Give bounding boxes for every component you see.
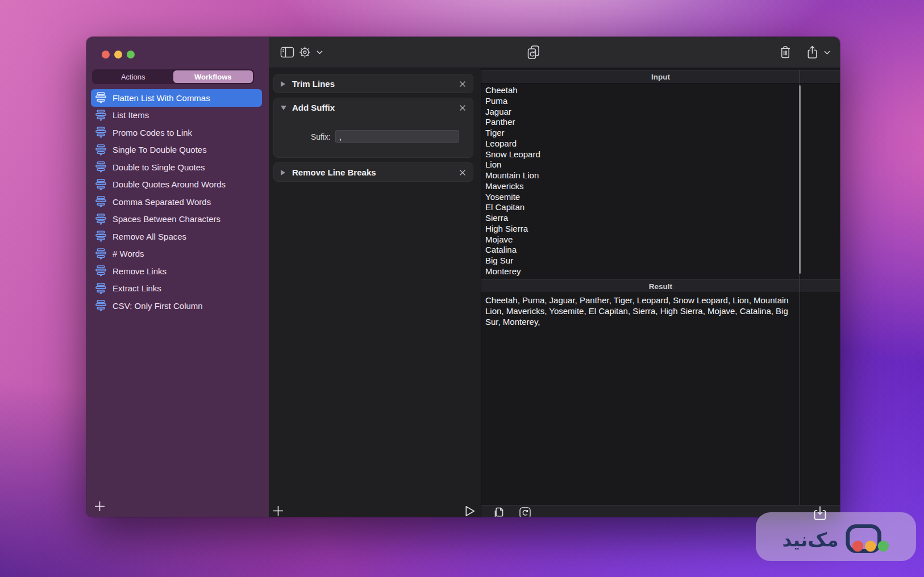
add-step-button[interactable]: [273, 505, 284, 516]
sidebar-item-label: Extract Links: [113, 283, 161, 293]
trash-icon: [779, 45, 792, 60]
sidebar-item-workflow[interactable]: Spaces Between Characters: [91, 211, 262, 228]
add-workflow-button[interactable]: [94, 501, 105, 512]
zoom-window-button[interactable]: [127, 51, 135, 58]
step-title: Trim Lines: [292, 79, 335, 89]
workflow-steps-panel: Trim Lines Add Suffix Sufix:: [269, 68, 481, 517]
sidebar-item-workflow[interactable]: # Words: [91, 245, 262, 263]
workflow-stack-icon: [95, 248, 106, 260]
run-conversion-button[interactable]: [526, 45, 541, 60]
copy-result-button[interactable]: [493, 507, 505, 517]
traffic-lights: [102, 51, 135, 58]
workflow-stack-icon: [95, 179, 106, 190]
tab-actions[interactable]: Actions: [93, 70, 173, 83]
minimize-window-button[interactable]: [114, 51, 122, 58]
chevron-down-icon: [317, 51, 323, 55]
input-scrollbar[interactable]: [799, 85, 801, 274]
step-card-remove-line-breaks[interactable]: Remove Line Breaks: [273, 162, 473, 182]
sidebar-item-label: List Items: [113, 110, 149, 120]
input-header-label: Input: [501, 73, 820, 81]
toolbar: [269, 37, 840, 68]
run-workflow-button[interactable]: [464, 505, 476, 517]
suffix-input[interactable]: [335, 130, 459, 143]
disclosure-expanded-icon[interactable]: [281, 106, 286, 110]
sidebar-item-label: CSV: Only First Column: [113, 301, 203, 311]
sidebar-item-workflow[interactable]: Single To Double Quotes: [91, 141, 262, 159]
tab-workflows[interactable]: Workflows: [173, 70, 253, 83]
result-section-header: Result: [481, 279, 840, 293]
step-title: Add Suffix: [292, 103, 335, 112]
sidebar-item-workflow[interactable]: Double to Single Quotes: [91, 158, 262, 176]
sidebar-item-workflow[interactable]: CSV: Only First Column: [91, 297, 262, 315]
gear-icon: [298, 46, 311, 59]
reuse-result-icon: [519, 507, 531, 517]
disclosure-collapsed-icon[interactable]: [281, 170, 285, 175]
sidebar-item-label: Double to Single Quotes: [113, 162, 205, 172]
step-card-trim-lines[interactable]: Trim Lines: [273, 74, 473, 93]
convert-documents-icon: [526, 45, 541, 60]
result-text: Cheetah, Puma, Jaguar, Panther, Tiger, L…: [485, 295, 797, 327]
result-header-label: Result: [501, 282, 820, 291]
remove-step-button[interactable]: [459, 169, 466, 176]
sidebar-toggle-icon: [280, 47, 294, 58]
sidebar-item-label: Comma Separated Words: [113, 197, 211, 207]
disclosure-collapsed-icon[interactable]: [281, 81, 285, 87]
text-workflow-window: Actions Workflows Flatten List With Comm…: [86, 37, 840, 517]
copy-icon: [493, 507, 505, 517]
download-icon: [813, 505, 827, 521]
remove-step-button[interactable]: [459, 81, 466, 87]
sidebar-item-label: Promo Codes to Link: [113, 128, 192, 137]
close-window-button[interactable]: [102, 51, 110, 58]
sidebar-item-label: # Words: [113, 249, 144, 258]
remove-step-button[interactable]: [459, 104, 466, 111]
workflow-stack-icon: [95, 300, 106, 311]
workflow-stack-icon: [95, 231, 106, 242]
workflow-stack-icon: [95, 92, 106, 103]
sidebar-item-workflow[interactable]: List Items: [91, 107, 262, 124]
sidebar-item-workflow[interactable]: Remove All Spaces: [91, 228, 262, 245]
sidebar-item-label: Double Quotes Around Words: [113, 179, 226, 189]
watermark-badge: مک‌نید: [756, 512, 916, 561]
sidebar-item-label: Remove All Spaces: [113, 232, 186, 241]
chevron-down-icon: [824, 51, 830, 55]
watermark-logo-icon: [846, 524, 890, 555]
settings-menu-button[interactable]: [298, 46, 323, 59]
workflow-stack-icon: [95, 196, 106, 207]
sidebar: Actions Workflows Flatten List With Comm…: [86, 37, 269, 517]
step-card-add-suffix[interactable]: Add Suffix Sufix:: [273, 98, 473, 158]
play-icon: [464, 505, 476, 517]
sidebar-item-workflow[interactable]: Remove Links: [91, 262, 262, 280]
io-panel: Input Cheetah Puma Jaguar Panther Tiger …: [481, 68, 840, 517]
sidebar-item-workflow[interactable]: Extract Links: [91, 280, 262, 298]
use-result-as-input-button[interactable]: [519, 507, 531, 517]
sidebar-item-workflow[interactable]: Double Quotes Around Words: [91, 176, 262, 194]
input-section-header: Input: [481, 70, 840, 83]
sidebar-segmented-control: Actions Workflows: [92, 69, 254, 84]
share-menu-button[interactable]: [806, 45, 830, 60]
save-result-button[interactable]: [813, 505, 827, 521]
sidebar-item-workflow[interactable]: Promo Codes to Link: [91, 124, 262, 141]
workflow-list: Flatten List With Commas List Items: [91, 89, 262, 315]
input-textarea[interactable]: Cheetah Puma Jaguar Panther Tiger Leopar…: [485, 85, 797, 277]
sidebar-item-label: Flatten List With Commas: [113, 93, 210, 103]
sidebar-item-label: Spaces Between Characters: [113, 214, 220, 224]
sidebar-item-label: Single To Double Quotes: [113, 145, 207, 154]
delete-button[interactable]: [779, 45, 792, 60]
workflow-stack-icon: [95, 144, 106, 156]
watermark-brand-text: مک‌نید: [782, 530, 838, 549]
step-title: Remove Line Breaks: [292, 168, 376, 177]
workflow-stack-icon: [95, 214, 106, 225]
workflow-stack-icon: [95, 283, 106, 294]
sidebar-item-workflow[interactable]: Flatten List With Commas: [91, 89, 262, 107]
workflow-stack-icon: [95, 127, 106, 138]
workflow-stack-icon: [95, 161, 106, 173]
suffix-field-label: Sufix:: [284, 132, 331, 141]
share-icon: [806, 45, 818, 60]
workflow-stack-icon: [95, 265, 106, 277]
sidebar-item-workflow[interactable]: Comma Separated Words: [91, 193, 262, 211]
toggle-sidebar-button[interactable]: [280, 47, 294, 58]
sidebar-item-label: Remove Links: [113, 266, 167, 276]
workflow-stack-icon: [95, 110, 106, 121]
